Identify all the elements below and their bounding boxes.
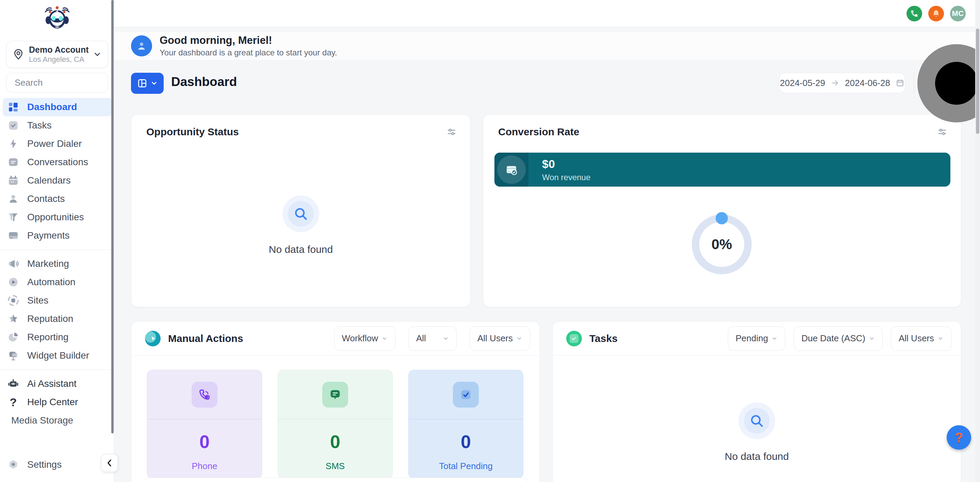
- app-logo-robot-icon: [42, 5, 72, 33]
- card-title: Opportunity Status: [146, 126, 239, 138]
- sidebar-item-reputation[interactable]: Reputation: [3, 310, 111, 328]
- chevron-down-icon: [869, 336, 875, 342]
- no-data-text: No data found: [131, 244, 470, 255]
- users-filter-dropdown[interactable]: All Users: [891, 326, 951, 351]
- automation-icon: [8, 276, 19, 288]
- search-box[interactable]: [6, 73, 108, 92]
- chevron-down-icon: [93, 50, 102, 59]
- sidebar-item-ai-assistant[interactable]: Ai Assistant: [3, 374, 111, 393]
- location-pin-icon: [13, 49, 24, 60]
- manual-actions-total-pending-tile[interactable]: 0 Total Pending: [408, 370, 523, 479]
- tasks-icon: [8, 120, 19, 131]
- workflow-filter-dropdown[interactable]: Workflow: [334, 326, 395, 351]
- dashboard-layout-button[interactable]: [131, 73, 164, 94]
- phone-icon: [910, 9, 919, 18]
- date-range-picker[interactable]: 2024-05-29 2024-06-28: [779, 73, 905, 93]
- sidebar-item-payments[interactable]: Payments: [3, 227, 111, 245]
- filter-sliders-icon[interactable]: [447, 127, 457, 137]
- chevron-down-icon: [937, 336, 943, 342]
- sidebar-collapse-button[interactable]: [102, 454, 118, 472]
- sidebar-item-contacts[interactable]: Contacts: [3, 190, 111, 208]
- sidebar-scrollbar[interactable]: [111, 0, 114, 433]
- greeting-title: Good morning, Meriel!: [159, 34, 337, 47]
- sort-filter-dropdown[interactable]: Due Date (ASC): [794, 326, 883, 351]
- status-filter-dropdown[interactable]: Pending: [728, 326, 785, 351]
- sidebar-item-sites[interactable]: Sites: [3, 291, 111, 310]
- sidebar-item-label: Sites: [27, 295, 48, 306]
- settings-gear-icon: [8, 459, 19, 471]
- payments-icon: [8, 230, 19, 241]
- sidebar-item-automation[interactable]: Automation: [3, 273, 111, 291]
- account-selector[interactable]: Demo Account Los Angeles, CA: [6, 41, 108, 68]
- sidebar-item-widget-builder[interactable]: Widget Builder: [3, 346, 111, 365]
- sidebar-item-power-dialer[interactable]: Power Dialer: [3, 135, 111, 153]
- manual-actions-sms-tile[interactable]: 0 SMS: [278, 370, 393, 479]
- empty-state: No data found: [131, 195, 470, 255]
- page-scrollbar[interactable]: [975, 0, 980, 482]
- sidebar-item-label: Reporting: [27, 332, 68, 342]
- sidebar-item-settings[interactable]: Settings: [3, 455, 98, 474]
- sidebar-item-label: Help Center: [27, 397, 78, 407]
- screen-cursor-dot: [935, 62, 978, 105]
- card-title: Conversion Rate: [498, 126, 579, 138]
- conversations-icon: [8, 156, 19, 168]
- sidebar-item-label: Payments: [27, 230, 70, 241]
- total-pending-label: Total Pending: [409, 461, 523, 471]
- users-filter-dropdown[interactable]: All Users: [469, 326, 530, 351]
- ai-assistant-robot-icon: [8, 378, 19, 390]
- reporting-icon: [8, 331, 19, 343]
- won-revenue-icon-strip: [495, 153, 528, 187]
- sidebar-item-conversations[interactable]: Conversations: [3, 153, 111, 171]
- help-fab-button[interactable]: ?: [947, 425, 971, 450]
- won-revenue-amount: $0: [542, 157, 590, 171]
- total-pending-count: 0: [409, 431, 523, 452]
- sidebar-item-calendars[interactable]: Calendars: [3, 171, 111, 190]
- account-name: Demo Account: [29, 44, 93, 55]
- type-filter-dropdown[interactable]: All: [408, 326, 457, 351]
- user-avatar[interactable]: MC: [950, 6, 966, 21]
- sites-icon: [8, 295, 19, 306]
- chevron-down-icon: [150, 79, 158, 87]
- date-start: 2024-05-29: [780, 78, 825, 88]
- chevron-left-icon: [105, 458, 114, 468]
- dashboard-icon: [8, 101, 19, 113]
- notifications-button[interactable]: [928, 6, 944, 21]
- sidebar-item-tasks[interactable]: Tasks: [3, 116, 111, 135]
- conversion-percent: 0%: [711, 236, 732, 252]
- sidebar-nav: Dashboard Tasks Power Dialer Conversatio…: [0, 98, 115, 430]
- sidebar-item-label: Opportunities: [27, 212, 84, 223]
- reputation-icon: [8, 313, 19, 325]
- page-scrollbar-thumb[interactable]: [976, 29, 979, 134]
- sidebar-item-dashboard[interactable]: Dashboard: [3, 98, 111, 116]
- sidebar-item-label: Automation: [27, 277, 76, 288]
- won-revenue-banner: $0 Won revenue: [495, 153, 950, 187]
- dropdown-value: All: [416, 333, 426, 344]
- sidebar-item-label: Dashboard: [27, 101, 77, 113]
- contacts-icon: [8, 193, 19, 205]
- sidebar-divider: [0, 369, 115, 370]
- donut-progress-dot: [716, 212, 728, 224]
- filter-sliders-icon[interactable]: [937, 127, 947, 137]
- sidebar-item-reporting[interactable]: Reporting: [3, 328, 111, 346]
- sidebar-item-opportunities[interactable]: Opportunities: [3, 208, 111, 227]
- phone-count: 0: [147, 431, 262, 452]
- manual-actions-cursor-icon: [145, 331, 161, 346]
- phone-label: Phone: [147, 461, 262, 471]
- won-revenue-label: Won revenue: [542, 173, 590, 182]
- manual-actions-phone-tile[interactable]: 0 Phone: [147, 370, 262, 479]
- sidebar-item-label: Contacts: [27, 193, 65, 204]
- sidebar-item-marketing[interactable]: Marketing: [3, 255, 111, 273]
- sidebar-item-help-center[interactable]: ? Help Center: [3, 393, 111, 411]
- tasks-check-icon: [566, 331, 582, 346]
- chevron-down-icon: [382, 336, 388, 342]
- bell-icon: [932, 9, 940, 18]
- phone-button[interactable]: [907, 6, 922, 21]
- sms-chip-icon: [322, 382, 348, 407]
- greeting-subtitle: Your dashboard is a great place to start…: [159, 48, 337, 57]
- card-title: Tasks: [589, 333, 617, 344]
- sidebar-item-media-storage[interactable]: Media Storage: [3, 411, 111, 430]
- person-icon: [136, 40, 147, 52]
- account-location: Los Angeles, CA: [29, 55, 93, 64]
- page-title: Dashboard: [171, 75, 237, 89]
- main-area: MC Good morning, Meriel! Your dashboard …: [115, 0, 980, 482]
